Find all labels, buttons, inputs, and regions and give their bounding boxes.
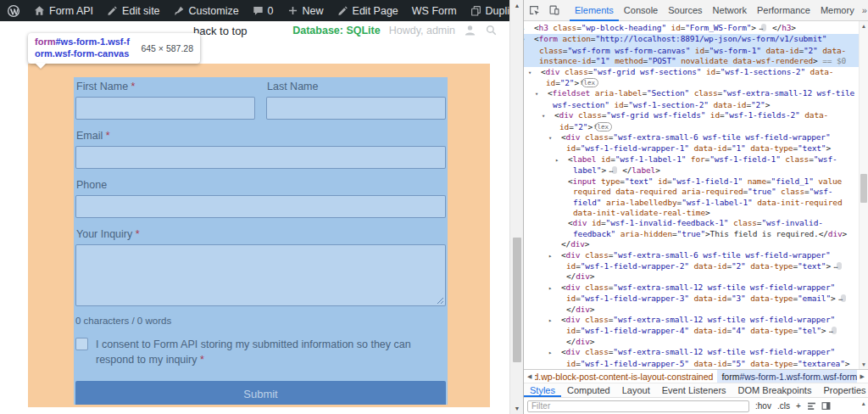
admin-bar-label: Customize — [189, 5, 239, 17]
dom-tree-node[interactable]: ▾<div class="wsf-grid wsf-fields" id="ws… — [524, 110, 860, 132]
howdy-label[interactable]: Howdy, admin — [389, 25, 455, 36]
dom-tree-scrollbar[interactable]: ▲ ▼ — [859, 21, 868, 369]
devtools-panel: ElementsConsoleSourcesNetworkPerformance… — [523, 0, 868, 414]
flex-badge[interactable]: flex — [581, 78, 598, 87]
ellipsis-badge[interactable]: … — [832, 327, 837, 334]
scroll-up-icon[interactable]: ▲ — [510, 3, 524, 8]
scroll-down-icon[interactable]: ▼ — [860, 361, 868, 367]
browser-page: Form APIEdit siteCustomize0NewEdit PageW… — [0, 0, 509, 414]
field-label: First Name * — [76, 81, 255, 92]
dom-tree-node[interactable]: ▸<div class="wsf-extra-small-6 wsf-tile … — [524, 250, 860, 283]
page-scrollbar-thumb[interactable] — [513, 238, 521, 362]
admin-bar-label: Edit site — [122, 5, 159, 17]
back-to-top-link[interactable]: back to top — [193, 25, 248, 37]
devtools-tab-performance[interactable]: Performance — [752, 0, 815, 21]
field-phone: Phone — [75, 179, 446, 218]
dom-tree-node[interactable]: ▾<div class="wsf-grid wsf-sections" id="… — [524, 67, 860, 89]
scroll-up-icon[interactable]: ▲ — [860, 23, 868, 29]
sidebar-tab-event-listeners[interactable]: Event Listeners — [656, 383, 732, 397]
database-label: Database: SQLite — [292, 25, 381, 36]
dom-tree-node[interactable]: ▸<label id="wsf-1-label-1" for="wsf-1-fi… — [524, 154, 860, 176]
text-input[interactable] — [75, 195, 446, 218]
person-icon[interactable] — [464, 24, 476, 36]
admin-bar-item-edit-site[interactable]: Edit site — [100, 0, 166, 21]
devtools-tab-elements[interactable]: Elements — [570, 0, 619, 21]
scroll-down-icon[interactable]: ▼ — [510, 406, 524, 411]
admin-bar-item-wp-logo[interactable] — [0, 0, 27, 21]
tree-toggle-icon[interactable]: ▸ — [554, 348, 561, 358]
copy-icon — [470, 5, 481, 16]
dom-tree-node[interactable]: ▸<div class="wsf-extra-small-12 wsf-tile… — [524, 347, 860, 369]
more-tabs-chevron[interactable]: » — [860, 5, 868, 15]
admin-bar-item-ws-form[interactable]: WS Form — [405, 0, 464, 21]
consent-checkbox[interactable] — [75, 338, 88, 350]
breadcrumb-item-parent[interactable]: t-constrained.wp-block-post-content-is-l… — [535, 372, 717, 382]
devtools-tab-sources[interactable]: Sources — [663, 0, 707, 21]
tree-toggle-icon[interactable]: ▾ — [526, 35, 534, 45]
tree-toggle-icon[interactable]: ▸ — [554, 283, 561, 294]
flex-badge[interactable]: flex — [595, 122, 612, 131]
admin-bar-item-new[interactable]: New — [281, 0, 331, 21]
devtools-tab-console[interactable]: Console — [619, 0, 663, 21]
sidebar-tab-layout[interactable]: Layout — [616, 383, 656, 397]
dom-tree-node[interactable]: <div id="wsf-1-invalid-feedback-1" class… — [524, 218, 860, 239]
page-scrollbar[interactable]: ▲ ▼ — [509, 0, 523, 414]
dom-tree-node[interactable]: ▸<div class="wsf-extra-small-12 wsf-tile… — [524, 283, 860, 315]
admin-bar-item-comments[interactable]: 0 — [246, 0, 281, 21]
toggle-element-state-button[interactable]: :hov — [755, 401, 771, 411]
tree-toggle-icon[interactable]: ▾ — [547, 111, 554, 121]
text-input[interactable] — [266, 97, 446, 120]
sidebar-tab-dom-breakpoints[interactable]: DOM Breakpoints — [732, 383, 818, 397]
ellipsis-badge[interactable]: … — [612, 166, 617, 174]
dom-tree-scrollbar-thumb[interactable] — [860, 174, 867, 203]
device-toolbar-icon[interactable] — [544, 4, 565, 16]
element-classes-button[interactable]: .cls — [777, 401, 790, 411]
tree-toggle-icon[interactable]: ▾ — [540, 89, 548, 99]
pencil-icon — [337, 5, 348, 16]
dom-tree-node[interactable]: ▸<h3 class="wp-block-heading" id="Form_W… — [524, 23, 860, 34]
tree-toggle-icon[interactable]: ▸ — [554, 251, 561, 261]
field-label: Last Name — [267, 81, 446, 92]
devtools-tab-memory[interactable]: Memory — [815, 0, 860, 21]
dom-tree-node[interactable]: ▾<form action="http://localhost:8891/wp-… — [524, 34, 860, 66]
devtools-toolbar: ElementsConsoleSourcesNetworkPerformance… — [524, 0, 868, 21]
text-input[interactable] — [75, 97, 255, 120]
tree-toggle-icon[interactable]: ▾ — [554, 133, 561, 143]
ellipsis-badge[interactable]: … — [837, 262, 842, 270]
styles-filter-bar: :hov .cls + ▲ — [524, 397, 868, 414]
dom-tree-node[interactable]: ▾<div class="wsf-extra-small-6 wsf-tile … — [524, 132, 860, 154]
dom-tree-node[interactable]: ▾<fieldset aria-label="Section" class="w… — [524, 88, 860, 110]
ellipsis-badge[interactable]: … — [761, 24, 766, 31]
devtools-tab-network[interactable]: Network — [708, 0, 752, 21]
dom-tree-node[interactable]: </div> — [524, 239, 860, 249]
submit-button[interactable]: Submit — [75, 381, 446, 405]
field-first-name: First Name * — [75, 81, 255, 120]
textarea-input[interactable] — [75, 244, 446, 306]
sidebar-tab-computed[interactable]: Computed — [561, 383, 616, 397]
sidebar-tab-styles[interactable]: Styles — [524, 383, 561, 397]
ellipsis-badge[interactable]: … — [841, 294, 846, 302]
tree-toggle-icon[interactable]: ▸ — [560, 155, 568, 165]
admin-bar-item-site-name[interactable]: Form API — [27, 0, 100, 21]
tree-toggle-icon[interactable]: ▾ — [533, 68, 541, 78]
text-input[interactable] — [75, 146, 446, 169]
styles-filter-input[interactable] — [527, 400, 749, 412]
search-icon[interactable] — [485, 24, 498, 36]
dom-tree-node[interactable]: ▸<div class="wsf-extra-small-12 wsf-tile… — [524, 315, 860, 347]
sidebar-panel-icon[interactable] — [821, 399, 831, 414]
breadcrumb-item-selected[interactable]: form#ws-form-1.wsf-form.wsf-form-canvas — [717, 370, 856, 383]
tree-toggle-icon[interactable]: ▸ — [526, 24, 534, 34]
admin-bar-label: New — [303, 5, 324, 17]
breadcrumb-right-icon[interactable]: ▶ — [857, 373, 868, 380]
tree-toggle-icon[interactable]: ▸ — [554, 316, 561, 326]
computed-styles-icon[interactable] — [807, 399, 816, 414]
scroll-up-icon[interactable]: ▲ — [861, 400, 866, 406]
sidebar-tab-properties[interactable]: Properties — [817, 383, 868, 397]
breadcrumb-left-icon[interactable]: ◀ — [524, 373, 535, 380]
inspect-element-icon[interactable] — [524, 4, 544, 16]
new-style-rule-button[interactable]: + — [796, 401, 801, 411]
admin-bar-item-edit-page[interactable]: Edit Page — [331, 0, 405, 21]
admin-bar-item-customize[interactable]: Customize — [167, 0, 246, 21]
dom-tree-node[interactable]: <input type="text" id="wsf-1-field-1" na… — [524, 176, 860, 219]
field-label: Phone — [76, 179, 446, 191]
